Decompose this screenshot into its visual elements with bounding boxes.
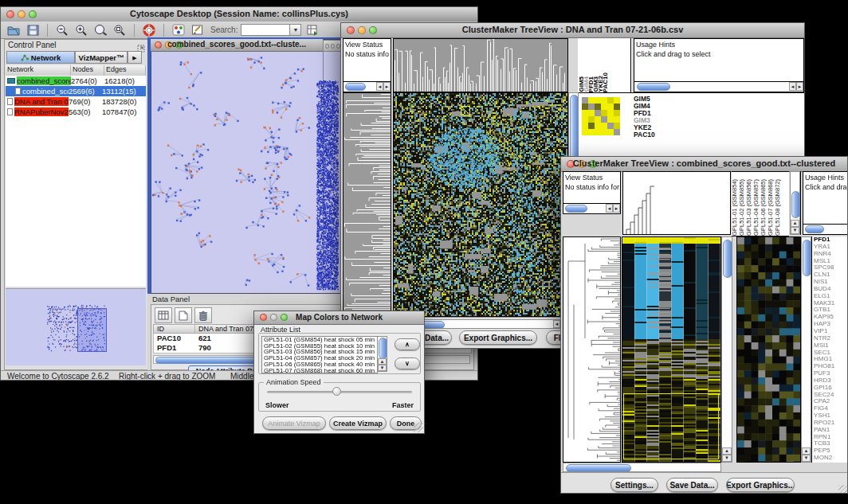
network-view-titlebar[interactable]: combined_scores_good.txt--cluste...: [151, 39, 323, 52]
create-vizmap-button[interactable]: Create Vizmap: [329, 416, 387, 430]
attribute-list: GPL51-01 (GSM854) heat shock 05 minGPL51…: [261, 336, 378, 373]
export-graphics-button[interactable]: Export Graphics...: [726, 478, 795, 492]
zoom-fit-button[interactable]: [112, 23, 128, 37]
network-name: combined_scores_good: [22, 87, 69, 96]
zoom-selected-button[interactable]: [92, 23, 108, 37]
zoom-in-icon: [75, 24, 88, 36]
usage-hints-hscrollbar[interactable]: [803, 224, 848, 234]
scroll-right-arrow[interactable]: ►: [613, 204, 620, 213]
scroll-left-arrow[interactable]: ◄: [606, 204, 613, 213]
scrollbar-thumb[interactable]: [637, 83, 670, 91]
scroll-down-arrow[interactable]: ▼: [722, 455, 732, 462]
window-edge-divider: [323, 52, 324, 291]
gene-label[interactable]: PAC10: [634, 131, 655, 139]
main-titlebar[interactable]: Cytoscape Desktop (Session Name: collins…: [1, 7, 477, 22]
network-canvas[interactable]: [152, 52, 339, 291]
tv1-matrix-canvas[interactable]: [581, 97, 621, 135]
animate-vizmap-button[interactable]: Animate Vizmap: [262, 416, 326, 430]
tv2-hscrollbar[interactable]: [563, 463, 721, 472]
scroll-up-arrow[interactable]: ▲: [378, 358, 387, 365]
export-graphics-button[interactable]: Export Graphics...: [459, 330, 537, 345]
scrollbar-thumb[interactable]: [723, 240, 732, 278]
tv1-heatmap-canvas[interactable]: [393, 92, 568, 317]
tab-overflow-button[interactable]: ▶: [128, 51, 142, 64]
network-list: combined_scores 2764(0) 16218(0) combine…: [6, 76, 146, 117]
scrollbar-thumb[interactable]: [791, 191, 800, 218]
gene-label[interactable]: MON2: [812, 455, 848, 462]
network-overview-canvas[interactable]: [6, 288, 146, 365]
scrollbar-thumb[interactable]: [803, 240, 811, 276]
column-header-nodes[interactable]: Nodes: [71, 65, 104, 76]
view-status-hscrollbar[interactable]: ◄ ►: [344, 81, 391, 92]
tv1-col-dendrogram-canvas[interactable]: [393, 38, 568, 92]
scroll-right-arrow[interactable]: ►: [383, 82, 391, 91]
save-data-button[interactable]: Save Data...: [666, 478, 718, 492]
tv1-row-dendrogram-canvas[interactable]: [343, 92, 391, 317]
network-list-row[interactable]: combined_scores_good 2569(6) 13112(15): [6, 86, 146, 96]
scroll-down-arrow[interactable]: ▼: [791, 227, 799, 234]
scroll-left-arrow[interactable]: ◄: [553, 320, 560, 328]
view-status-hscrollbar[interactable]: ◄ ►: [563, 203, 620, 213]
tv2-row-dendrogram-canvas[interactable]: [563, 236, 621, 463]
attribute-list-vscrollbar[interactable]: ▲ ▼: [377, 336, 387, 372]
save-session-button[interactable]: [25, 23, 41, 37]
open-session-button[interactable]: [6, 23, 22, 37]
resize-grip[interactable]: [414, 423, 423, 432]
resize-grip[interactable]: [838, 485, 848, 494]
tab-vizmapper-label: VizMapper™: [79, 53, 124, 62]
scroll-left-arrow[interactable]: ◄: [789, 82, 796, 91]
select-attributes-button[interactable]: [155, 307, 172, 323]
annotation-icon: [191, 24, 204, 36]
tv2-labels-vscrollbar[interactable]: ▲ ▼: [790, 171, 800, 235]
usage-hints-hscrollbar[interactable]: ◄ ►: [634, 81, 803, 92]
scroll-up-arrow[interactable]: ▲: [722, 447, 732, 455]
scrollbar-thumb[interactable]: [565, 205, 587, 213]
column-header-network[interactable]: Network: [6, 65, 71, 76]
new-attribute-button[interactable]: [175, 307, 192, 323]
column-header-edges[interactable]: Edges: [104, 65, 146, 76]
network-list-row[interactable]: combined_scores 2764(0) 16218(0): [6, 76, 146, 86]
scroll-down-arrow[interactable]: ▼: [378, 365, 387, 371]
scrollbar-thumb[interactable]: [805, 225, 824, 233]
row-id: PFD1: [154, 343, 195, 353]
vizmapper-button[interactable]: [171, 23, 186, 37]
dialog-titlebar[interactable]: Map Colors to Network: [254, 311, 424, 325]
attribute-list-item[interactable]: GPL51-07 (GSM868) heat shock 60 min: [262, 368, 377, 373]
settings-button[interactable]: Settings...: [610, 478, 658, 492]
zoom-out-button[interactable]: [54, 23, 70, 37]
scroll-down-arrow[interactable]: ▼: [802, 455, 811, 462]
treeview1-titlebar[interactable]: ClusterMaker TreeView : DNA and Tran 07-…: [341, 23, 804, 38]
annotation-button[interactable]: [190, 23, 206, 37]
delete-attribute-button[interactable]: [194, 307, 212, 323]
tv2-vscrollbar[interactable]: ▲ ▼: [721, 236, 732, 463]
inactive-window-titlebar[interactable]: [323, 40, 341, 52]
scroll-left-arrow[interactable]: ◄: [376, 82, 383, 91]
tv2-heatmap-canvas[interactable]: [622, 236, 721, 463]
tv2-genelist-vscrollbar[interactable]: ▲ ▼: [801, 236, 811, 463]
network-name: RNAPuberNov2+: [14, 107, 69, 116]
view-status-text: No status info for this view: [344, 49, 391, 58]
network-list-row[interactable]: RNAPuberNov2+ 563(0) 107847(0): [6, 107, 146, 117]
map-colors-dialog: Map Colors to Network Attribute List GPL…: [253, 311, 425, 434]
scroll-right-arrow[interactable]: ►: [796, 82, 803, 91]
speed-slider-thumb[interactable]: [332, 387, 341, 396]
help-button[interactable]: [141, 23, 157, 37]
move-down-button[interactable]: ∨: [395, 357, 420, 369]
scroll-up-arrow[interactable]: ▲: [791, 220, 799, 227]
treeview2-titlebar[interactable]: ClusterMaker TreeView : combined_scores_…: [561, 157, 847, 172]
scrollbar-thumb[interactable]: [566, 464, 631, 472]
tab-vizmapper[interactable]: VizMapper™: [75, 51, 128, 64]
scrollbar-thumb[interactable]: [345, 83, 366, 91]
tab-network[interactable]: Network: [6, 51, 75, 64]
tv2-col-dendrogram-canvas[interactable]: [622, 171, 731, 235]
scrollbar-thumb[interactable]: [379, 338, 387, 359]
network-list-row[interactable]: DNA and Tran 07-21-06b 769(0) 183728(0): [6, 96, 146, 107]
import-table-button[interactable]: [304, 23, 320, 37]
zoom-in-button[interactable]: [73, 23, 89, 37]
search-input[interactable]: [241, 24, 290, 36]
scroll-up-arrow[interactable]: ▲: [802, 447, 811, 455]
search-dropdown-arrow-icon[interactable]: ▼: [290, 24, 301, 36]
tv2-subheatmap-canvas[interactable]: [736, 236, 801, 463]
column-header-id[interactable]: ID: [154, 325, 195, 333]
move-up-button[interactable]: ∧: [395, 338, 420, 350]
